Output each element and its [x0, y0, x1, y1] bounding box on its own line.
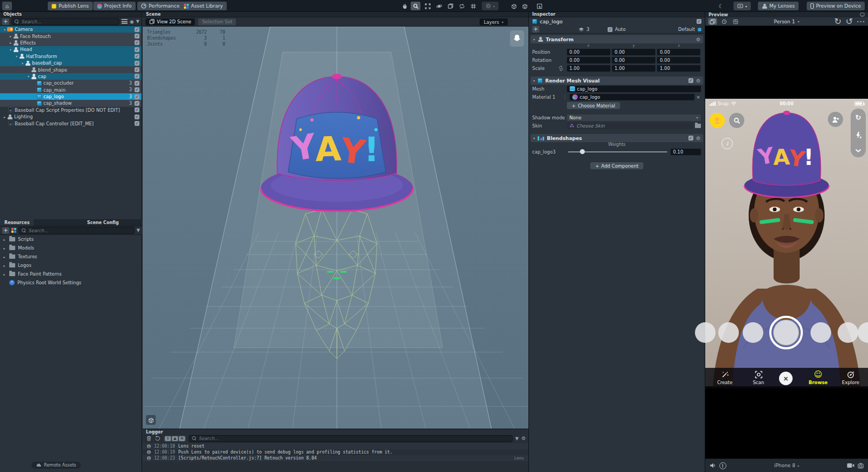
viewport-mode-button[interactable] — [146, 415, 156, 425]
log-entry[interactable]: i 12:00:19 Push Lens to paired device(s)… — [143, 449, 528, 455]
object-row-head[interactable]: ▾ Head ✓ — [0, 46, 142, 53]
speaker-icon[interactable] — [710, 463, 716, 468]
collapse-icon[interactable]: ▾ — [20, 61, 25, 65]
enable-checkbox[interactable]: ✓ — [135, 61, 139, 66]
tab-scene-config[interactable]: Scene Config — [82, 219, 123, 226]
duplicate-preview-button[interactable] — [708, 18, 717, 25]
world-options-dropdown[interactable]: ▾ — [482, 2, 499, 10]
slider-thumb[interactable] — [580, 149, 585, 154]
nav-create[interactable]: Create — [710, 371, 740, 385]
material-field[interactable]: cap_logo — [570, 94, 694, 100]
reload-tool-button[interactable] — [457, 2, 467, 10]
gear-icon[interactable]: ⚙ — [696, 136, 700, 141]
enable-checkbox[interactable]: ✓ — [135, 54, 139, 59]
transform-section-header[interactable]: ▾ Transform ⚙ — [531, 35, 703, 43]
resource-row-models[interactable]: ▸Models — [0, 244, 142, 252]
enable-checkbox[interactable]: ✓ — [135, 101, 139, 106]
resource-row-scripts[interactable]: ▸Scripts — [0, 235, 142, 244]
remove-material-button[interactable]: × — [695, 94, 701, 100]
enable-checkbox[interactable]: ✓ — [135, 87, 139, 92]
nav-browse-active[interactable]: ☺ Browse — [803, 371, 833, 385]
list-view-icon[interactable] — [122, 19, 127, 24]
layer-indicator[interactable]: 3 — [578, 27, 589, 32]
enable-checkbox[interactable]: ✓ — [135, 107, 139, 112]
enable-checkbox[interactable]: ✓ — [135, 94, 139, 99]
add-object-button[interactable]: + — [2, 18, 9, 25]
flash-off-icon[interactable] — [855, 131, 861, 139]
selection-set-button[interactable]: Selection Set — [198, 18, 236, 25]
my-lenses-button[interactable]: My Lenses — [758, 2, 799, 10]
object-row-controller[interactable]: ≡ Baseball Cap Controller [EDIT_ME] ✓ — [0, 120, 142, 126]
object-row-cap-main[interactable]: cap_main 3 ✓ — [0, 87, 142, 93]
scale-x-field[interactable]: 1.00 — [567, 65, 610, 72]
tab-resources[interactable]: Resources — [0, 219, 34, 226]
restart-preview-button[interactable] — [731, 18, 740, 25]
collapse-icon[interactable]: ▾ — [26, 74, 31, 78]
pause-button[interactable]: ‖ — [719, 462, 726, 469]
object-row-blend-shape[interactable]: blend_shape ✓ — [0, 66, 142, 73]
preview-on-device-button[interactable]: Preview on Device — [807, 2, 865, 10]
grid-snap-button[interactable] — [468, 2, 478, 10]
home-button[interactable]: ⌂ — [2, 2, 12, 10]
device-selector-dropdown[interactable]: iPhone 8 ▾ — [774, 463, 799, 468]
component-enable-checkbox[interactable]: ✓ — [688, 78, 693, 83]
add-component-button[interactable]: + Add Component — [590, 162, 643, 169]
publish-lens-button[interactable]: Publish Lens — [48, 2, 93, 10]
collapse-icon[interactable]: ▾ — [2, 28, 7, 31]
rotation-z-field[interactable]: 0.00 — [657, 57, 700, 63]
screen-record-dropdown[interactable]: ▾ — [733, 2, 751, 10]
reset-preview-button[interactable]: ↺ — [845, 18, 854, 25]
object-row-lighting[interactable]: ▸ Lighting ✓ — [0, 113, 142, 120]
expand-tool-button[interactable] — [423, 2, 432, 10]
object-row-cap-occluder[interactable]: cap_occluder 3 ✓ — [0, 80, 142, 86]
enable-checkbox[interactable]: ✓ — [135, 47, 139, 52]
scale-z-field[interactable]: 1.00 — [657, 65, 700, 72]
performance-button[interactable]: Performance — [137, 2, 183, 10]
collapse-icon[interactable]: ▾ — [14, 54, 19, 58]
enable-checkbox[interactable]: ✓ — [135, 67, 139, 72]
add-friend-button[interactable] — [828, 112, 843, 127]
duplicate-view-button[interactable] — [445, 2, 455, 10]
skin-field[interactable]: ⁂ Choose Skin — [567, 123, 693, 129]
objects-search-input[interactable]: Search... — [11, 18, 119, 25]
enable-checkbox[interactable]: ✓ — [135, 114, 139, 119]
expand-icon[interactable]: ▸ — [2, 115, 7, 119]
log-entry[interactable]: i 12:00:18 Lens reset — [143, 443, 528, 449]
resources-search-input[interactable]: Search... — [18, 227, 135, 234]
remote-assets-button[interactable]: Remote Assets — [31, 462, 81, 469]
import-package-button[interactable] — [520, 2, 529, 10]
blendshapes-section-header[interactable]: ▾ Blendshapes ✓ ⚙ — [531, 134, 703, 142]
enable-checkbox[interactable]: ✓ — [135, 74, 139, 79]
capture-button[interactable] — [769, 316, 803, 349]
snap-search-button[interactable] — [729, 113, 744, 128]
add-resource-button[interactable]: + — [2, 227, 9, 234]
weight-slider[interactable] — [568, 149, 667, 155]
auto-toggle[interactable]: ✓ Auto — [608, 27, 626, 32]
logger-search-input[interactable]: Search... — [189, 435, 513, 442]
error-filter-toggle[interactable]: ⊖ — [179, 436, 185, 441]
expand-icon[interactable]: ▸ — [2, 264, 7, 267]
logger-settings-icon[interactable]: ⚙ — [521, 436, 526, 441]
snapchat-ghost-button[interactable] — [510, 30, 524, 47]
clear-on-reset-button[interactable] — [155, 436, 161, 442]
mesh-field[interactable]: cap_logo — [567, 86, 701, 92]
link-icon[interactable] — [558, 66, 564, 71]
object-row-face-retouch[interactable]: ▸ Face Retouch ✓ — [0, 33, 142, 39]
resource-row-physics[interactable]: +Physics Root World Settings — [0, 278, 142, 287]
dismiss-lens-button[interactable]: × — [779, 372, 793, 385]
object-row-script-properties[interactable]: ≡ Baseball Cap Script Properties [DO NOT… — [0, 107, 142, 113]
nav-explore[interactable]: Explore — [835, 371, 866, 385]
chevron-down-icon[interactable] — [855, 149, 861, 152]
lens-carousel-item[interactable] — [810, 322, 831, 343]
clear-log-button[interactable] — [145, 436, 152, 442]
enable-checkbox[interactable]: ✓ — [135, 81, 139, 86]
zoom-tool-button[interactable] — [411, 2, 420, 10]
record-video-icon[interactable] — [847, 463, 854, 468]
filter-icon[interactable]: ▼ — [136, 19, 139, 24]
render-mesh-section-header[interactable]: ▾ Render Mesh Visual ✓ ⚙ — [531, 76, 703, 85]
orbit-tool-button[interactable] — [434, 2, 444, 10]
export-package-button[interactable] — [509, 2, 519, 10]
gear-icon[interactable]: ⚙ — [696, 78, 700, 84]
theme-toggle-button[interactable]: ☾ — [716, 2, 726, 10]
expand-icon[interactable]: ▸ — [8, 34, 13, 38]
